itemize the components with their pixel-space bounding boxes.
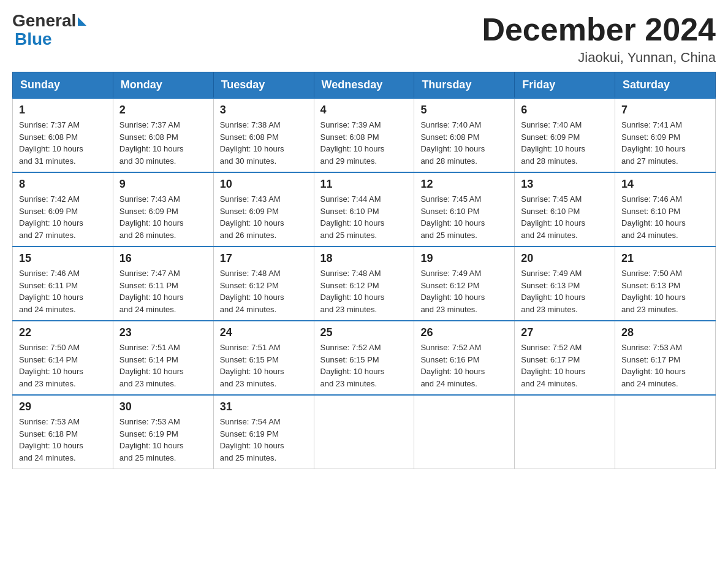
calendar-cell: 29 Sunrise: 7:53 AMSunset: 6:18 PMDaylig… (13, 395, 113, 469)
calendar-cell: 18 Sunrise: 7:48 AMSunset: 6:12 PMDaylig… (314, 247, 414, 321)
location-title: Jiaokui, Yunnan, China (482, 50, 716, 66)
day-number: 3 (220, 104, 308, 117)
calendar-cell (515, 395, 615, 469)
day-number: 12 (420, 178, 508, 191)
day-info: Sunrise: 7:50 AMSunset: 6:14 PMDaylight:… (19, 343, 83, 388)
day-info: Sunrise: 7:49 AMSunset: 6:13 PMDaylight:… (521, 269, 585, 314)
calendar-cell (615, 395, 716, 469)
day-number: 14 (621, 178, 709, 191)
calendar-cell: 5 Sunrise: 7:40 AMSunset: 6:08 PMDayligh… (414, 98, 515, 172)
calendar-cell: 27 Sunrise: 7:52 AMSunset: 6:17 PMDaylig… (515, 321, 615, 395)
day-info: Sunrise: 7:42 AMSunset: 6:09 PMDaylight:… (19, 194, 83, 240)
day-number: 25 (320, 326, 408, 339)
day-info: Sunrise: 7:54 AMSunset: 6:19 PMDaylight:… (220, 417, 284, 462)
col-tuesday: Tuesday (213, 72, 314, 99)
col-thursday: Thursday (414, 72, 515, 99)
day-info: Sunrise: 7:40 AMSunset: 6:09 PMDaylight:… (521, 120, 585, 166)
col-sunday: Sunday (13, 72, 113, 99)
day-number: 19 (420, 252, 508, 265)
day-info: Sunrise: 7:40 AMSunset: 6:08 PMDaylight:… (420, 120, 485, 166)
calendar-table: Sunday Monday Tuesday Wednesday Thursday… (12, 72, 716, 469)
logo: General Blue (12, 12, 88, 49)
calendar-cell: 17 Sunrise: 7:48 AMSunset: 6:12 PMDaylig… (213, 247, 314, 321)
day-info: Sunrise: 7:52 AMSunset: 6:16 PMDaylight:… (420, 343, 485, 388)
calendar-cell: 20 Sunrise: 7:49 AMSunset: 6:13 PMDaylig… (515, 247, 615, 321)
day-info: Sunrise: 7:49 AMSunset: 6:12 PMDaylight:… (420, 269, 485, 314)
day-number: 29 (19, 400, 107, 413)
calendar-cell: 13 Sunrise: 7:45 AMSunset: 6:10 PMDaylig… (515, 172, 615, 247)
day-info: Sunrise: 7:53 AMSunset: 6:19 PMDaylight:… (119, 417, 184, 462)
calendar-cell: 1 Sunrise: 7:37 AMSunset: 6:08 PMDayligh… (13, 98, 113, 172)
day-info: Sunrise: 7:38 AMSunset: 6:08 PMDaylight:… (220, 120, 284, 166)
calendar-cell: 3 Sunrise: 7:38 AMSunset: 6:08 PMDayligh… (213, 98, 314, 172)
day-info: Sunrise: 7:45 AMSunset: 6:10 PMDaylight:… (521, 194, 585, 240)
day-info: Sunrise: 7:53 AMSunset: 6:17 PMDaylight:… (621, 343, 686, 388)
calendar-cell: 19 Sunrise: 7:49 AMSunset: 6:12 PMDaylig… (414, 247, 515, 321)
day-number: 26 (420, 326, 508, 339)
day-number: 16 (119, 252, 207, 265)
calendar-cell: 30 Sunrise: 7:53 AMSunset: 6:19 PMDaylig… (113, 395, 213, 469)
week-row-4: 22 Sunrise: 7:50 AMSunset: 6:14 PMDaylig… (13, 321, 716, 395)
calendar-cell: 9 Sunrise: 7:43 AMSunset: 6:09 PMDayligh… (113, 172, 213, 247)
day-info: Sunrise: 7:43 AMSunset: 6:09 PMDaylight:… (119, 194, 184, 240)
day-info: Sunrise: 7:48 AMSunset: 6:12 PMDaylight:… (220, 269, 284, 314)
day-info: Sunrise: 7:52 AMSunset: 6:15 PMDaylight:… (320, 343, 385, 388)
day-info: Sunrise: 7:51 AMSunset: 6:15 PMDaylight:… (220, 343, 284, 388)
day-number: 10 (220, 178, 308, 191)
day-number: 2 (119, 104, 207, 117)
day-number: 17 (220, 252, 308, 265)
header-row: Sunday Monday Tuesday Wednesday Thursday… (13, 72, 716, 99)
calendar-cell: 16 Sunrise: 7:47 AMSunset: 6:11 PMDaylig… (113, 247, 213, 321)
calendar-cell: 8 Sunrise: 7:42 AMSunset: 6:09 PMDayligh… (13, 172, 113, 247)
calendar-cell (414, 395, 515, 469)
day-number: 22 (19, 326, 107, 339)
day-number: 18 (320, 252, 408, 265)
col-friday: Friday (515, 72, 615, 99)
day-number: 13 (521, 178, 609, 191)
day-number: 9 (119, 178, 207, 191)
day-number: 27 (521, 326, 609, 339)
week-row-3: 15 Sunrise: 7:46 AMSunset: 6:11 PMDaylig… (13, 247, 716, 321)
day-info: Sunrise: 7:37 AMSunset: 6:08 PMDaylight:… (19, 120, 83, 166)
day-info: Sunrise: 7:43 AMSunset: 6:09 PMDaylight:… (220, 194, 284, 240)
page-header: General Blue December 2024 Jiaokui, Yunn… (12, 12, 716, 66)
col-saturday: Saturday (615, 72, 716, 99)
calendar-cell: 6 Sunrise: 7:40 AMSunset: 6:09 PMDayligh… (515, 98, 615, 172)
calendar-cell: 21 Sunrise: 7:50 AMSunset: 6:13 PMDaylig… (615, 247, 716, 321)
day-number: 31 (220, 400, 308, 413)
calendar-cell (314, 395, 414, 469)
day-number: 11 (320, 178, 408, 191)
day-number: 28 (621, 326, 709, 339)
day-number: 30 (119, 400, 207, 413)
calendar-cell: 26 Sunrise: 7:52 AMSunset: 6:16 PMDaylig… (414, 321, 515, 395)
day-info: Sunrise: 7:46 AMSunset: 6:10 PMDaylight:… (621, 194, 686, 240)
day-number: 5 (420, 104, 508, 117)
day-info: Sunrise: 7:45 AMSunset: 6:10 PMDaylight:… (420, 194, 485, 240)
day-info: Sunrise: 7:51 AMSunset: 6:14 PMDaylight:… (119, 343, 184, 388)
calendar-cell: 7 Sunrise: 7:41 AMSunset: 6:09 PMDayligh… (615, 98, 716, 172)
calendar-cell: 24 Sunrise: 7:51 AMSunset: 6:15 PMDaylig… (213, 321, 314, 395)
day-number: 20 (521, 252, 609, 265)
day-number: 7 (621, 104, 709, 117)
calendar-cell: 15 Sunrise: 7:46 AMSunset: 6:11 PMDaylig… (13, 247, 113, 321)
title-block: December 2024 Jiaokui, Yunnan, China (482, 12, 716, 66)
week-row-2: 8 Sunrise: 7:42 AMSunset: 6:09 PMDayligh… (13, 172, 716, 247)
week-row-1: 1 Sunrise: 7:37 AMSunset: 6:08 PMDayligh… (13, 98, 716, 172)
calendar-cell: 23 Sunrise: 7:51 AMSunset: 6:14 PMDaylig… (113, 321, 213, 395)
day-info: Sunrise: 7:39 AMSunset: 6:08 PMDaylight:… (320, 120, 385, 166)
month-title: December 2024 (482, 12, 716, 47)
calendar-cell: 25 Sunrise: 7:52 AMSunset: 6:15 PMDaylig… (314, 321, 414, 395)
calendar-cell: 4 Sunrise: 7:39 AMSunset: 6:08 PMDayligh… (314, 98, 414, 172)
week-row-5: 29 Sunrise: 7:53 AMSunset: 6:18 PMDaylig… (13, 395, 716, 469)
col-wednesday: Wednesday (314, 72, 414, 99)
day-info: Sunrise: 7:47 AMSunset: 6:11 PMDaylight:… (119, 269, 184, 314)
calendar-cell: 11 Sunrise: 7:44 AMSunset: 6:10 PMDaylig… (314, 172, 414, 247)
day-info: Sunrise: 7:37 AMSunset: 6:08 PMDaylight:… (119, 120, 184, 166)
day-info: Sunrise: 7:53 AMSunset: 6:18 PMDaylight:… (19, 417, 83, 462)
calendar-cell: 31 Sunrise: 7:54 AMSunset: 6:19 PMDaylig… (213, 395, 314, 469)
day-number: 15 (19, 252, 107, 265)
calendar-cell: 22 Sunrise: 7:50 AMSunset: 6:14 PMDaylig… (13, 321, 113, 395)
day-info: Sunrise: 7:44 AMSunset: 6:10 PMDaylight:… (320, 194, 385, 240)
day-info: Sunrise: 7:50 AMSunset: 6:13 PMDaylight:… (621, 269, 686, 314)
day-number: 23 (119, 326, 207, 339)
